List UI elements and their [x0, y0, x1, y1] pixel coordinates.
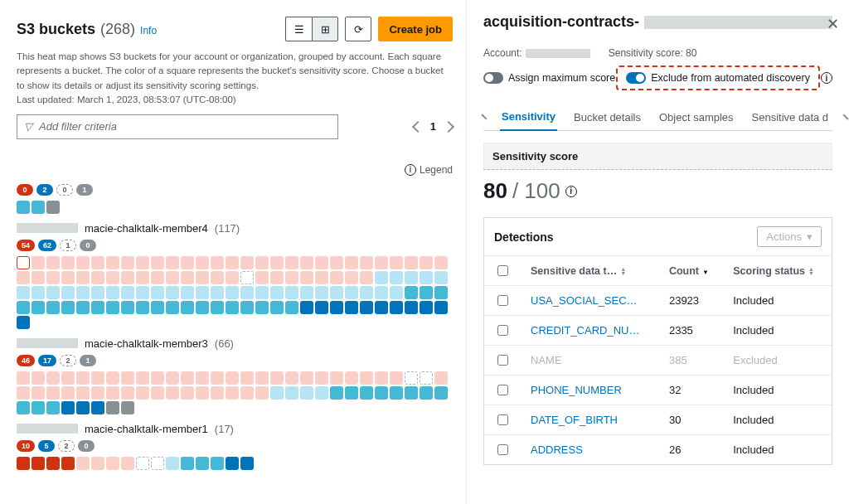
bucket-cell[interactable] [17, 301, 30, 314]
row-checkbox[interactable] [497, 355, 508, 366]
bucket-cell[interactable] [76, 301, 90, 314]
bucket-cell[interactable] [240, 301, 254, 314]
bucket-cell[interactable] [136, 386, 149, 400]
bucket-cell[interactable] [300, 386, 313, 400]
bucket-cell[interactable] [17, 201, 30, 214]
bucket-cell[interactable] [420, 271, 433, 284]
tab-object-samples[interactable]: Object samples [657, 104, 735, 130]
bucket-cell[interactable] [255, 256, 269, 269]
bucket-cell[interactable] [434, 286, 448, 299]
bucket-cell[interactable] [226, 386, 239, 400]
bucket-cell[interactable] [121, 256, 134, 269]
bucket-cell[interactable] [300, 256, 313, 269]
bucket-cell[interactable] [17, 316, 30, 329]
bucket-cell[interactable] [136, 271, 149, 284]
bucket-cell[interactable] [240, 386, 254, 400]
bucket-cell[interactable] [166, 301, 179, 314]
detection-type[interactable]: CREDIT_CARD_NU… [521, 316, 659, 346]
bucket-cell[interactable] [211, 386, 224, 400]
tab-bucket-details[interactable]: Bucket details [572, 104, 643, 130]
bucket-cell[interactable] [151, 371, 164, 385]
bucket-cell[interactable] [420, 286, 433, 299]
close-icon[interactable]: ✕ [827, 15, 839, 33]
bucket-cell[interactable] [61, 256, 75, 269]
bucket-cell[interactable] [330, 301, 343, 314]
bucket-cell[interactable] [270, 286, 284, 299]
bucket-cell[interactable] [226, 371, 239, 385]
bucket-cell[interactable] [434, 301, 448, 314]
bucket-cell[interactable] [285, 371, 298, 385]
row-checkbox[interactable] [497, 325, 508, 336]
bucket-cell[interactable] [211, 371, 224, 385]
filter-input[interactable]: ▽ Add filter criteria [17, 114, 338, 139]
bucket-cell[interactable] [91, 286, 104, 299]
bucket-cell[interactable] [166, 371, 179, 385]
bucket-cell[interactable] [76, 271, 90, 284]
bucket-cell[interactable] [32, 457, 45, 470]
bucket-cell[interactable] [91, 301, 104, 314]
bucket-cell[interactable] [315, 256, 328, 269]
info-icon[interactable]: i [565, 186, 577, 197]
prev-page-button[interactable] [412, 121, 424, 133]
bucket-cell[interactable] [255, 301, 269, 314]
bucket-cell[interactable] [420, 301, 433, 314]
bucket-cell[interactable] [166, 386, 179, 400]
bucket-cell[interactable] [345, 386, 358, 400]
bucket-cell[interactable] [405, 271, 418, 284]
bucket-cell[interactable] [434, 386, 448, 400]
bucket-cell[interactable] [270, 256, 284, 269]
bucket-cell[interactable] [196, 286, 209, 299]
bucket-cell[interactable] [106, 457, 119, 470]
bucket-cell[interactable] [196, 256, 209, 269]
row-checkbox[interactable] [497, 385, 508, 395]
bucket-cell[interactable] [285, 271, 298, 284]
bucket-cell[interactable] [405, 371, 418, 385]
info-icon[interactable]: i [821, 72, 832, 84]
bucket-cell[interactable] [61, 271, 75, 284]
bucket-cell[interactable] [46, 286, 60, 299]
bucket-cell[interactable] [61, 371, 75, 385]
bucket-cell[interactable] [17, 371, 30, 385]
bucket-cell[interactable] [121, 371, 134, 385]
select-all-checkbox[interactable] [497, 265, 508, 276]
bucket-cell[interactable] [151, 386, 164, 400]
bucket-cell[interactable] [76, 401, 90, 414]
bucket-cell[interactable] [270, 301, 284, 314]
bucket-cell[interactable] [405, 256, 418, 269]
bucket-cell[interactable] [240, 256, 254, 269]
bucket-cell[interactable] [196, 301, 209, 314]
bucket-cell[interactable] [300, 286, 313, 299]
bucket-cell[interactable] [166, 271, 179, 284]
bucket-cell[interactable] [360, 271, 373, 284]
bucket-cell[interactable] [196, 457, 209, 470]
bucket-cell[interactable] [61, 286, 75, 299]
exclude-toggle[interactable] [626, 72, 646, 84]
bucket-cell[interactable] [196, 271, 209, 284]
bucket-cell[interactable] [166, 286, 179, 299]
create-job-button[interactable]: Create job [378, 17, 453, 41]
bucket-cell[interactable] [375, 271, 388, 284]
bucket-cell[interactable] [181, 271, 194, 284]
bucket-cell[interactable] [46, 271, 60, 284]
bucket-cell[interactable] [270, 371, 284, 385]
bucket-cell[interactable] [255, 286, 269, 299]
bucket-cell[interactable] [390, 256, 403, 269]
bucket-cell[interactable] [211, 271, 224, 284]
bucket-cell[interactable] [76, 386, 90, 400]
bucket-cell[interactable] [181, 256, 194, 269]
bucket-cell[interactable] [151, 457, 164, 470]
info-link[interactable]: Info [140, 25, 157, 36]
grid-view-icon[interactable]: ⊞ [312, 17, 338, 41]
next-page-button[interactable] [443, 121, 454, 133]
bucket-cell[interactable] [17, 256, 30, 269]
tab-sensitive-data[interactable]: Sensitive data d [750, 104, 831, 130]
bucket-cell[interactable] [211, 256, 224, 269]
bucket-cell[interactable] [405, 286, 418, 299]
bucket-cell[interactable] [46, 256, 60, 269]
tab-sensitivity[interactable]: Sensitivity [500, 104, 557, 131]
bucket-cell[interactable] [405, 301, 418, 314]
list-view-icon[interactable]: ☰ [285, 17, 312, 41]
bucket-cell[interactable] [285, 386, 298, 400]
bucket-cell[interactable] [91, 401, 104, 414]
bucket-cell[interactable] [255, 271, 269, 284]
